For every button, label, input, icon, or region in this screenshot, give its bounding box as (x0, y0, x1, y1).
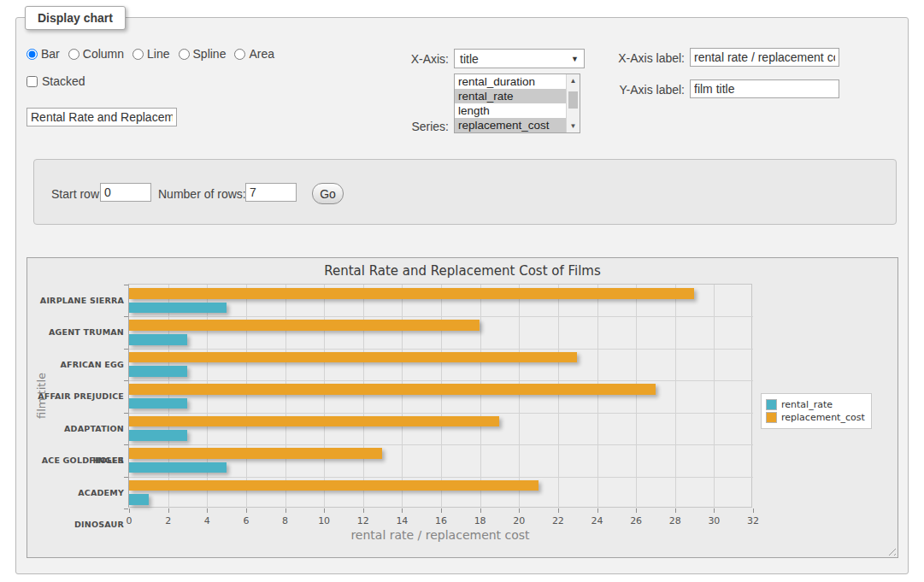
series-option-replacement_cost[interactable]: replacement_cost (455, 118, 566, 132)
bar-replacement_cost (129, 288, 694, 299)
resize-handle-icon[interactable] (886, 545, 896, 556)
x-tick-label: 14 (396, 515, 408, 526)
gridline (207, 285, 208, 509)
x-tick-mark (480, 509, 481, 513)
chart-type-option-line[interactable]: Line (132, 47, 169, 61)
page: Display chart BarColumnLineSplineArea St… (0, 0, 924, 582)
chart-type-option-area[interactable]: Area (234, 47, 274, 61)
chart-type-radio-line[interactable] (132, 49, 144, 60)
series-scrollbar[interactable]: ▲ ▼ (566, 74, 580, 132)
start-row-label: Start row: (51, 187, 103, 201)
bar-rental_rate (129, 398, 187, 409)
chart-type-radio-group: BarColumnLineSplineArea (26, 47, 274, 61)
bar-replacement_cost (129, 320, 480, 331)
num-rows-label: Number of rows: (158, 187, 246, 201)
legend-label: rental_rate (781, 399, 833, 410)
bar-rental_rate (129, 430, 187, 441)
series-option-length[interactable]: length (455, 103, 566, 118)
gridline (246, 285, 247, 509)
stacked-option[interactable]: Stacked (26, 74, 85, 88)
chart-type-radio-column[interactable] (68, 49, 79, 60)
y-axis-label-input[interactable] (690, 79, 839, 98)
plot-area: 02468101214161820222426283032AIRPLANE SI… (128, 284, 752, 508)
legend-item: replacement_cost (766, 412, 865, 423)
row-range-panel: Start row: Number of rows: Go (33, 159, 897, 225)
bar-rental_rate (129, 366, 187, 377)
x-tick-label: 2 (165, 515, 171, 526)
series-listbox[interactable]: rental_durationrental_ratelengthreplacem… (454, 73, 580, 133)
chevron-down-icon: ▼ (571, 55, 579, 63)
chart-type-radio-area[interactable] (234, 49, 245, 60)
start-row-input[interactable] (100, 183, 151, 202)
x-tick-mark (558, 509, 559, 513)
gridline (519, 285, 520, 509)
x-tick-label: 8 (282, 515, 288, 526)
x-tick-mark (168, 509, 169, 513)
x-tick-label: 26 (630, 515, 642, 526)
bar-replacement_cost (129, 352, 577, 363)
x-tick-mark (324, 509, 325, 513)
gridline (129, 413, 753, 414)
gridline (441, 285, 442, 509)
legend-swatch (766, 412, 777, 423)
scrollbar-thumb[interactable] (568, 91, 578, 109)
category-label: ACADEMY DINOSAUR (33, 477, 124, 509)
chart-type-option-spline[interactable]: Spline (179, 47, 227, 61)
chart-type-label: Spline (193, 47, 227, 61)
gridline (129, 380, 753, 381)
gridline (558, 285, 559, 509)
gridline (363, 285, 364, 509)
chart-type-option-column[interactable]: Column (68, 47, 124, 61)
chart-container: Rental Rate and Replacement Cost of Film… (26, 257, 898, 558)
chart-type-option-bar[interactable]: Bar (26, 47, 60, 61)
bar-rental_rate (129, 462, 227, 473)
x-axis-label-input[interactable] (690, 48, 839, 67)
x-tick-mark (129, 509, 130, 513)
x-axis-select-label: X-Axis: (384, 52, 449, 66)
x-axis-selected-value: title (460, 52, 571, 66)
gridline (168, 285, 169, 509)
chart-type-radio-spline[interactable] (179, 49, 190, 60)
go-button[interactable]: Go (312, 183, 344, 204)
y-tick-mark (124, 285, 128, 285)
x-tick-mark (246, 509, 247, 513)
chart-type-radio-bar[interactable] (26, 49, 38, 60)
gridline (129, 349, 753, 350)
x-tick-mark (636, 509, 637, 513)
scroll-up-icon[interactable]: ▲ (567, 74, 580, 87)
stacked-checkbox[interactable] (26, 76, 38, 87)
num-rows-input[interactable] (245, 183, 297, 202)
series-option-rental_duration[interactable]: rental_duration (455, 74, 566, 89)
x-axis-title: rental rate / replacement cost (128, 528, 752, 542)
x-tick-mark (207, 509, 208, 513)
y-tick-mark (124, 509, 128, 509)
y-axis-label-label: Y-Axis label: (606, 83, 685, 97)
category-label: AIRPLANE SIERRA (33, 285, 124, 316)
y-tick-mark (124, 316, 128, 317)
x-tick-label: 28 (669, 515, 681, 526)
x-tick-label: 16 (435, 515, 447, 526)
stacked-label: Stacked (42, 74, 85, 88)
series-option-rental_rate[interactable]: rental_rate (455, 89, 566, 103)
x-axis-label-label: X-Axis label: (606, 51, 685, 65)
x-axis-select[interactable]: title ▼ (454, 49, 585, 68)
legend-item: rental_rate (766, 399, 865, 410)
gridline (402, 285, 403, 509)
bar-rental_rate (129, 303, 227, 314)
y-tick-mark (124, 349, 128, 350)
x-tick-label: 6 (243, 515, 249, 526)
chart-title-input[interactable] (26, 108, 177, 126)
gridline (675, 285, 676, 509)
bar-rental_rate (129, 334, 187, 345)
scroll-down-icon[interactable]: ▼ (567, 120, 580, 132)
gridline (480, 285, 481, 509)
x-tick-mark (597, 509, 598, 513)
category-label: AGENT TRUMAN (33, 316, 124, 348)
x-tick-label: 0 (127, 515, 132, 526)
x-tick-mark (675, 509, 676, 513)
x-tick-label: 32 (747, 515, 759, 526)
chart-type-label: Area (249, 47, 274, 61)
x-tick-mark (519, 509, 520, 513)
bar-rental_rate (129, 494, 149, 505)
x-tick-mark (285, 509, 286, 513)
